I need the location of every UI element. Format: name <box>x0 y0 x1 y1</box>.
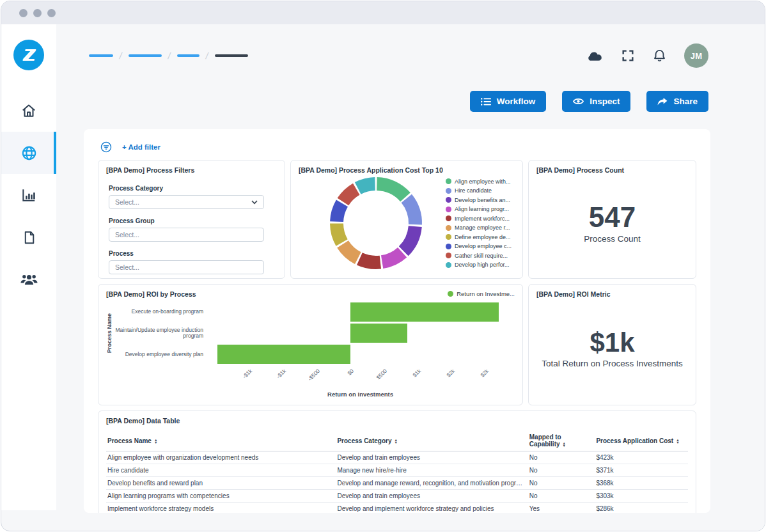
legend-item[interactable]: Implement workforc... <box>446 215 515 222</box>
bar-band <box>208 322 512 343</box>
process-count-panel: [BPA Demo] Process Count 547 Process Cou… <box>528 160 696 279</box>
legend-dot <box>446 262 451 268</box>
donut-segment[interactable] <box>343 189 356 202</box>
donut-segment[interactable] <box>359 259 380 263</box>
legend-dot <box>446 188 451 194</box>
bar[interactable] <box>350 302 499 322</box>
panel-title: [BPA Demo] Data Table <box>106 417 688 425</box>
roi-legend[interactable]: Return on Investme... <box>448 290 515 297</box>
table-cell: Develop and manage reward, recognition, … <box>336 477 528 490</box>
legend-item[interactable]: Develop employee c... <box>446 243 515 249</box>
sidebar-item-analytics[interactable] <box>1 174 56 216</box>
x-tick-label: $2k <box>445 368 456 379</box>
select-placeholder: Select... <box>115 231 139 239</box>
fullscreen-icon[interactable] <box>621 49 635 63</box>
category-label: Execute on-boarding program <box>114 301 208 322</box>
cloud-icon[interactable] <box>586 49 604 63</box>
donut-segment[interactable] <box>407 198 416 224</box>
legend-item[interactable]: Align learning progr... <box>446 206 515 212</box>
table-cell: Manage new hire/re-hire <box>336 464 528 477</box>
process-count-label: Process Count <box>584 234 641 244</box>
x-tick-label: -$1k <box>242 368 254 380</box>
legend-item[interactable]: Manage employee r... <box>446 224 515 231</box>
column-header[interactable]: Process Category▲▼ <box>336 430 528 451</box>
legend-dot <box>446 207 451 212</box>
donut-segment[interactable] <box>382 253 403 262</box>
sidebar-item-home[interactable] <box>1 90 56 132</box>
document-icon <box>21 230 37 246</box>
donut-segment[interactable] <box>358 184 375 189</box>
sort-icon: ▲▼ <box>676 439 679 444</box>
legend-dot <box>448 291 453 297</box>
breadcrumb-segment[interactable] <box>129 54 162 57</box>
column-header[interactable]: Mapped to Capability▲▼ <box>528 430 595 451</box>
list-icon <box>481 97 491 106</box>
x-axis-title: Return on Investments <box>208 391 512 400</box>
window-titlebar <box>1 1 765 24</box>
donut-segment[interactable] <box>337 223 342 242</box>
table-row[interactable]: Develop benefits and reward planDevelop … <box>106 477 688 490</box>
legend-item[interactable]: Hire candidate <box>446 187 515 194</box>
window-dot[interactable] <box>33 9 42 17</box>
add-filter-button[interactable]: + Add filter <box>122 143 160 151</box>
y-axis-title: Process Name <box>105 301 114 365</box>
donut-segment[interactable] <box>343 244 358 258</box>
legend-label: Manage employee r... <box>455 224 510 231</box>
inspect-button[interactable]: Inspect <box>562 91 630 112</box>
process-group-select[interactable]: Select... <box>109 228 264 242</box>
donut-legend: Align employee with...Hire candidateDeve… <box>446 178 515 269</box>
sidebar-item-users[interactable] <box>1 258 56 301</box>
legend-item[interactable]: Define employee de... <box>446 234 515 240</box>
share-icon <box>657 97 668 106</box>
table-cell: $371k <box>595 464 688 477</box>
legend-item[interactable]: Develop high perfor... <box>446 262 515 268</box>
panel-title: [BPA Demo] Process Filters <box>106 166 277 174</box>
window-dot[interactable] <box>19 9 27 17</box>
column-header[interactable]: Process Name▲▼ <box>106 430 336 451</box>
globe-icon <box>20 145 38 162</box>
table-row[interactable]: Align employee with organization develop… <box>106 451 688 464</box>
legend-dot <box>446 197 451 203</box>
sidebar-item-documents[interactable] <box>1 216 56 258</box>
legend-item[interactable]: Gather skill require... <box>446 253 515 259</box>
share-button[interactable]: Share <box>646 91 708 112</box>
bar-chart-icon <box>20 187 37 203</box>
table-cell: Hire candidate <box>106 464 336 477</box>
x-tick-label: $0 <box>346 368 355 377</box>
select-placeholder: Select... <box>115 198 139 206</box>
breadcrumb-segment[interactable] <box>89 54 113 57</box>
window-dot[interactable] <box>47 9 56 17</box>
roi-metric-panel: [BPA Demo] ROI Metric $1k Total Return o… <box>528 284 696 405</box>
column-header-label: Process Application Cost <box>596 437 673 444</box>
process-category-select[interactable]: Select... <box>109 195 264 209</box>
donut-segment[interactable] <box>337 203 342 222</box>
legend-item[interactable]: Develop benefits an... <box>446 197 515 203</box>
bar[interactable] <box>217 345 350 364</box>
legend-label: Hire candidate <box>455 187 492 194</box>
table-row[interactable]: Align learning programs with competencie… <box>106 490 688 503</box>
donut-segment[interactable] <box>403 226 415 251</box>
column-header[interactable]: Process Application Cost▲▼ <box>595 430 688 451</box>
table-cell: Align learning programs with competencie… <box>106 490 336 503</box>
table-cell: Yes <box>528 503 595 513</box>
breadcrumb-segment[interactable] <box>215 54 248 57</box>
sidebar-item-dashboards[interactable] <box>1 132 56 174</box>
breadcrumb-segment[interactable] <box>177 54 199 57</box>
avatar[interactable]: JM <box>684 43 708 68</box>
table-row[interactable]: Implement workforce strategy modelsDevel… <box>106 503 688 513</box>
data-table-panel: [BPA Demo] Data Table Process Name▲▼Proc… <box>98 411 696 513</box>
filter-icon[interactable] <box>100 141 112 153</box>
sort-icon: ▲▼ <box>394 439 397 444</box>
legend-item[interactable]: Align employee with... <box>446 178 515 185</box>
table-row[interactable]: Hire candidateManage new hire/re-hireNo$… <box>106 464 688 477</box>
breadcrumb: /// <box>89 52 248 59</box>
bar-plot-area <box>208 301 512 365</box>
table-cell: No <box>528 477 595 490</box>
process-select[interactable]: Select... <box>109 260 264 274</box>
notifications-icon[interactable] <box>652 48 667 63</box>
users-icon <box>20 270 38 289</box>
donut-segment[interactable] <box>377 184 405 198</box>
workflow-button[interactable]: Workflow <box>470 91 547 112</box>
bar[interactable] <box>350 324 408 343</box>
app-logo[interactable]: ZZ <box>13 40 44 70</box>
